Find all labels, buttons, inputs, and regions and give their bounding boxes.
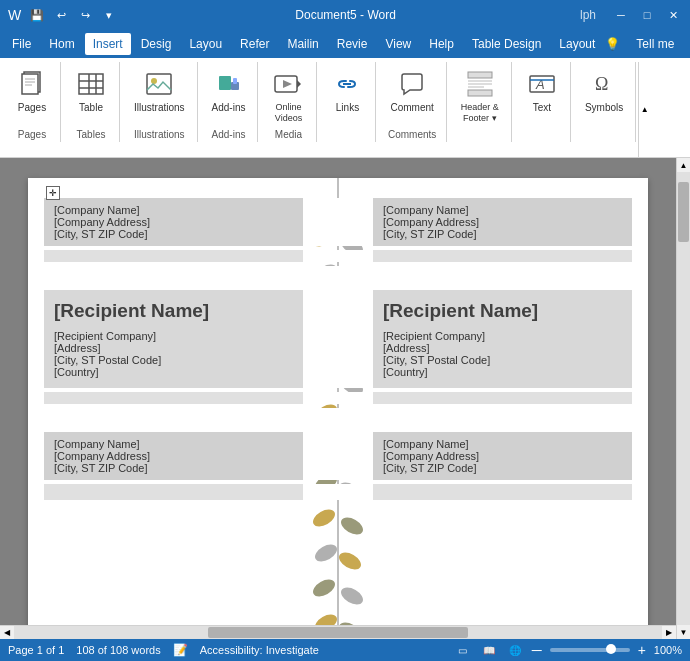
svg-rect-14 (233, 78, 237, 84)
menu-home[interactable]: Hom (41, 33, 82, 55)
left-company-address-2: [Company Address] (54, 450, 293, 462)
ribbon-group-media: OnlineVideos Media (260, 62, 317, 142)
header-footer-button[interactable]: Header &Footer ▾ (457, 66, 503, 126)
menu-layout[interactable]: Layou (181, 33, 230, 55)
links-label: Links (336, 102, 359, 114)
links-icon (331, 68, 363, 100)
zoom-minus-button[interactable]: ─ (532, 642, 542, 658)
online-videos-label: OnlineVideos (275, 102, 302, 124)
undo-button[interactable]: ↩ (51, 5, 71, 25)
redo-button[interactable]: ↪ (75, 5, 95, 25)
print-layout-view[interactable]: ▭ (454, 641, 472, 659)
title-bar: W 💾 ↩ ↪ ▾ Document5 - Word lph ─ □ ✕ (0, 0, 690, 30)
right-company-address-2: [Company Address] (383, 450, 622, 462)
ribbon-group-pages: Pages Pages (4, 62, 61, 142)
svg-text:Ω: Ω (595, 74, 608, 94)
zoom-thumb[interactable] (606, 644, 616, 654)
symbols-label: Symbols (585, 102, 623, 114)
white-space-2 (44, 408, 632, 432)
symbols-button[interactable]: Ω Symbols (581, 66, 627, 116)
menu-references[interactable]: Refer (232, 33, 277, 55)
menu-table-design[interactable]: Table Design (464, 33, 549, 55)
right-company-name-1: [Company Name] (383, 204, 622, 216)
quick-access-toolbar: 💾 ↩ ↪ ▾ (27, 5, 119, 25)
scroll-down-arrow[interactable]: ▼ (677, 625, 691, 639)
menu-help[interactable]: Help (421, 33, 462, 55)
svg-point-50 (336, 549, 364, 573)
comment-button[interactable]: Comment (386, 66, 437, 116)
menu-bar: File Hom Insert Desig Layou Refer Mailin… (0, 30, 690, 58)
illustrations-icon (143, 68, 175, 100)
ribbon: Pages Pages T (0, 58, 690, 158)
left-city-postal: [City, ST Postal Code] (54, 354, 293, 366)
web-layout-view[interactable]: 🌐 (506, 641, 524, 659)
accessibility-status[interactable]: Accessibility: Investigate (200, 644, 319, 656)
left-recipient-company: [Recipient Company] (54, 330, 293, 342)
left-company-address-1: [Company Address] (54, 216, 293, 228)
center-spacer-1 (303, 198, 373, 246)
page-info: Page 1 of 1 (8, 644, 64, 656)
svg-rect-10 (147, 74, 171, 94)
addins-button[interactable]: Add-ins (208, 66, 250, 116)
restore-button[interactable]: □ (638, 6, 656, 24)
table-move-handle[interactable]: ✛ (46, 186, 60, 200)
tell-me-input[interactable]: Tell me (628, 33, 682, 55)
svg-rect-12 (219, 76, 231, 90)
center-spacer-2 (303, 290, 373, 388)
menu-review[interactable]: Revie (329, 33, 376, 55)
left-sep-3 (44, 484, 303, 500)
center-white-1 (303, 266, 373, 290)
table-button[interactable]: Table (71, 66, 111, 116)
menu-layout2[interactable]: Layout (551, 33, 603, 55)
left-sep-2 (44, 392, 303, 404)
right-company-address-1: [Company Address] (383, 216, 622, 228)
title-bar-left: W 💾 ↩ ↪ ▾ (8, 5, 119, 25)
links-button[interactable]: Links (327, 66, 367, 116)
menu-view[interactable]: View (377, 33, 419, 55)
online-videos-button[interactable]: OnlineVideos (268, 66, 308, 126)
scroll-track (677, 172, 690, 625)
zoom-slider[interactable] (550, 648, 630, 652)
scroll-left-arrow[interactable]: ◀ (0, 626, 14, 640)
menu-insert[interactable]: Insert (85, 33, 131, 55)
scroll-up-arrow[interactable]: ▲ (677, 158, 691, 172)
svg-rect-5 (79, 74, 103, 94)
ribbon-scroll-up[interactable]: ▲ (638, 62, 650, 157)
read-mode-view[interactable]: 📖 (480, 641, 498, 659)
menu-design[interactable]: Desig (133, 33, 180, 55)
h-scroll-thumb[interactable] (208, 627, 467, 638)
right-country: [Country] (383, 366, 622, 378)
svg-point-52 (338, 584, 366, 608)
save-button[interactable]: 💾 (27, 5, 47, 25)
left-address: [Address] (54, 342, 293, 354)
pages-group-label: Pages (18, 129, 46, 142)
zoom-plus-button[interactable]: + (638, 642, 646, 658)
left-city-zip-2: [City, ST ZIP Code] (54, 462, 293, 474)
table-content: [Company Name] [Company Address] [City, … (28, 178, 648, 516)
right-sep-2 (373, 392, 632, 404)
scroll-thumb[interactable] (678, 182, 689, 242)
h-scroll-track (14, 626, 662, 639)
center-white-2 (303, 408, 373, 432)
menu-mailings[interactable]: Mailin (279, 33, 326, 55)
text-button[interactable]: A Text (522, 66, 562, 116)
comment-icon (396, 68, 428, 100)
header-footer-icon (464, 68, 496, 100)
illustrations-button[interactable]: Illustrations (130, 66, 189, 116)
vertical-scrollbar: ▲ ▼ (676, 158, 690, 639)
left-company-name-2: [Company Name] (54, 438, 293, 450)
document-page: ✛ (28, 178, 648, 638)
addins-label: Add-ins (212, 102, 246, 114)
menu-file[interactable]: File (4, 33, 39, 55)
close-button[interactable]: ✕ (664, 6, 682, 24)
svg-point-49 (312, 541, 340, 565)
row-3-company: [Company Name] [Company Address] [City, … (44, 432, 632, 480)
center-sep-3 (303, 484, 373, 500)
minimize-button[interactable]: ─ (612, 6, 630, 24)
scroll-right-arrow[interactable]: ▶ (662, 626, 676, 640)
customize-button[interactable]: ▾ (99, 5, 119, 25)
left-white-2 (44, 408, 303, 432)
pages-button[interactable]: Pages (12, 66, 52, 116)
ribbon-group-illustrations: Illustrations Illustrations (122, 62, 198, 142)
left-white-1 (44, 266, 303, 290)
